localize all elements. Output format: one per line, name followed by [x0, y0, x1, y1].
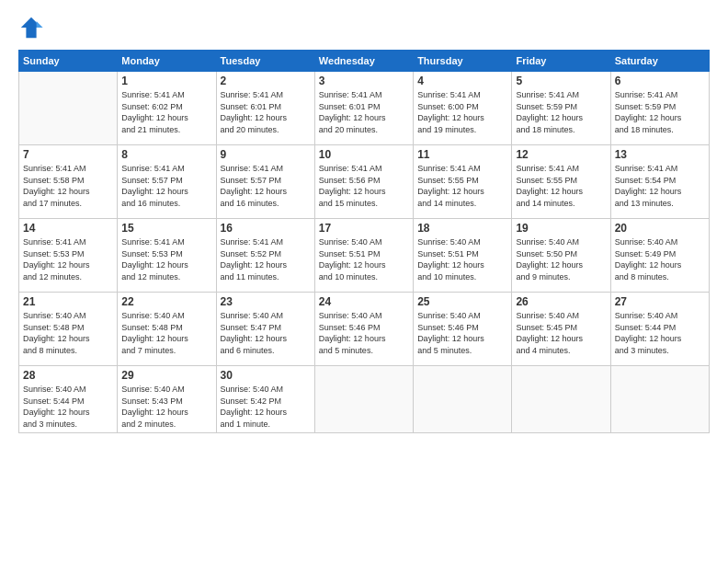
- table-row: 24Sunrise: 5:40 AM Sunset: 5:46 PM Dayli…: [314, 293, 413, 366]
- calendar-header-row: SundayMondayTuesdayWednesdayThursdayFrid…: [19, 51, 710, 72]
- day-number: 13: [615, 148, 705, 161]
- calendar-header-friday: Friday: [512, 51, 610, 72]
- calendar-header-thursday: Thursday: [414, 51, 512, 72]
- day-info: Sunrise: 5:40 AM Sunset: 5:51 PM Dayligh…: [319, 236, 409, 282]
- day-info: Sunrise: 5:41 AM Sunset: 5:56 PM Dayligh…: [319, 163, 409, 209]
- day-number: 25: [417, 295, 507, 308]
- calendar-header-monday: Monday: [118, 51, 216, 72]
- day-info: Sunrise: 5:41 AM Sunset: 6:00 PM Dayligh…: [417, 89, 507, 135]
- header: [18, 15, 710, 40]
- table-row: 19Sunrise: 5:40 AM Sunset: 5:50 PM Dayli…: [512, 219, 610, 293]
- day-info: Sunrise: 5:40 AM Sunset: 5:46 PM Dayligh…: [417, 310, 507, 356]
- table-row: [19, 72, 118, 145]
- day-number: 5: [516, 75, 606, 87]
- table-row: 7Sunrise: 5:41 AM Sunset: 5:58 PM Daylig…: [19, 145, 118, 219]
- calendar-header-saturday: Saturday: [610, 51, 709, 72]
- day-info: Sunrise: 5:40 AM Sunset: 5:42 PM Dayligh…: [221, 384, 311, 430]
- day-number: 29: [121, 369, 211, 382]
- calendar-week-row: 21Sunrise: 5:40 AM Sunset: 5:48 PM Dayli…: [19, 293, 710, 366]
- page: SundayMondayTuesdayWednesdayThursdayFrid…: [0, 0, 728, 563]
- day-info: Sunrise: 5:41 AM Sunset: 5:59 PM Dayligh…: [516, 89, 606, 135]
- logo: [18, 15, 48, 40]
- table-row: 12Sunrise: 5:41 AM Sunset: 5:55 PM Dayli…: [512, 145, 610, 219]
- table-row: [610, 366, 709, 433]
- day-info: Sunrise: 5:40 AM Sunset: 5:48 PM Dayligh…: [121, 310, 211, 356]
- table-row: 10Sunrise: 5:41 AM Sunset: 5:56 PM Dayli…: [314, 145, 413, 219]
- table-row: [414, 366, 512, 433]
- table-row: 28Sunrise: 5:40 AM Sunset: 5:44 PM Dayli…: [19, 366, 118, 433]
- svg-marker-1: [37, 21, 43, 28]
- table-row: 22Sunrise: 5:40 AM Sunset: 5:48 PM Dayli…: [118, 293, 216, 366]
- table-row: 30Sunrise: 5:40 AM Sunset: 5:42 PM Dayli…: [216, 366, 314, 433]
- day-info: Sunrise: 5:41 AM Sunset: 6:01 PM Dayligh…: [319, 89, 409, 135]
- table-row: 3Sunrise: 5:41 AM Sunset: 6:01 PM Daylig…: [314, 72, 413, 145]
- day-info: Sunrise: 5:41 AM Sunset: 5:58 PM Dayligh…: [23, 163, 113, 209]
- day-number: 28: [23, 369, 113, 382]
- calendar-week-row: 28Sunrise: 5:40 AM Sunset: 5:44 PM Dayli…: [19, 366, 710, 433]
- day-number: 27: [615, 295, 705, 308]
- table-row: 5Sunrise: 5:41 AM Sunset: 5:59 PM Daylig…: [512, 72, 610, 145]
- day-info: Sunrise: 5:41 AM Sunset: 5:59 PM Dayligh…: [615, 89, 705, 135]
- table-row: 17Sunrise: 5:40 AM Sunset: 5:51 PM Dayli…: [314, 219, 413, 293]
- day-info: Sunrise: 5:41 AM Sunset: 5:55 PM Dayligh…: [417, 163, 507, 209]
- day-info: Sunrise: 5:41 AM Sunset: 5:52 PM Dayligh…: [221, 236, 311, 282]
- day-number: 15: [121, 222, 211, 235]
- logo-icon: [18, 15, 44, 40]
- table-row: 9Sunrise: 5:41 AM Sunset: 5:57 PM Daylig…: [216, 145, 314, 219]
- day-number: 22: [121, 295, 211, 308]
- day-number: 20: [615, 222, 705, 235]
- table-row: 8Sunrise: 5:41 AM Sunset: 5:57 PM Daylig…: [118, 145, 216, 219]
- day-number: 21: [23, 295, 113, 308]
- table-row: [512, 366, 610, 433]
- day-number: 9: [221, 148, 311, 161]
- table-row: 15Sunrise: 5:41 AM Sunset: 5:53 PM Dayli…: [118, 219, 216, 293]
- day-info: Sunrise: 5:40 AM Sunset: 5:48 PM Dayligh…: [23, 310, 113, 356]
- calendar-week-row: 14Sunrise: 5:41 AM Sunset: 5:53 PM Dayli…: [19, 219, 710, 293]
- day-info: Sunrise: 5:41 AM Sunset: 6:02 PM Dayligh…: [121, 89, 211, 135]
- table-row: 2Sunrise: 5:41 AM Sunset: 6:01 PM Daylig…: [216, 72, 314, 145]
- day-number: 18: [417, 222, 507, 235]
- table-row: 29Sunrise: 5:40 AM Sunset: 5:43 PM Dayli…: [118, 366, 216, 433]
- day-number: 10: [319, 148, 409, 161]
- day-number: 2: [221, 75, 311, 87]
- day-info: Sunrise: 5:40 AM Sunset: 5:45 PM Dayligh…: [516, 310, 606, 356]
- day-info: Sunrise: 5:40 AM Sunset: 5:46 PM Dayligh…: [319, 310, 409, 356]
- day-number: 3: [319, 75, 409, 87]
- day-info: Sunrise: 5:40 AM Sunset: 5:43 PM Dayligh…: [121, 384, 211, 430]
- day-info: Sunrise: 5:40 AM Sunset: 5:49 PM Dayligh…: [615, 236, 705, 282]
- calendar: SundayMondayTuesdayWednesdayThursdayFrid…: [18, 50, 710, 433]
- table-row: 25Sunrise: 5:40 AM Sunset: 5:46 PM Dayli…: [414, 293, 512, 366]
- day-number: 6: [615, 75, 705, 87]
- calendar-week-row: 7Sunrise: 5:41 AM Sunset: 5:58 PM Daylig…: [19, 145, 710, 219]
- day-number: 19: [516, 222, 606, 235]
- day-number: 30: [221, 369, 311, 382]
- calendar-header-tuesday: Tuesday: [216, 51, 314, 72]
- table-row: 21Sunrise: 5:40 AM Sunset: 5:48 PM Dayli…: [19, 293, 118, 366]
- table-row: 27Sunrise: 5:40 AM Sunset: 5:44 PM Dayli…: [610, 293, 709, 366]
- day-number: 17: [319, 222, 409, 235]
- day-number: 16: [221, 222, 311, 235]
- calendar-header-sunday: Sunday: [19, 51, 118, 72]
- table-row: [314, 366, 413, 433]
- day-info: Sunrise: 5:41 AM Sunset: 6:01 PM Dayligh…: [221, 89, 311, 135]
- table-row: 1Sunrise: 5:41 AM Sunset: 6:02 PM Daylig…: [118, 72, 216, 145]
- table-row: 26Sunrise: 5:40 AM Sunset: 5:45 PM Dayli…: [512, 293, 610, 366]
- day-info: Sunrise: 5:41 AM Sunset: 5:54 PM Dayligh…: [615, 163, 705, 209]
- table-row: 16Sunrise: 5:41 AM Sunset: 5:52 PM Dayli…: [216, 219, 314, 293]
- day-info: Sunrise: 5:41 AM Sunset: 5:57 PM Dayligh…: [221, 163, 311, 209]
- day-info: Sunrise: 5:40 AM Sunset: 5:51 PM Dayligh…: [417, 236, 507, 282]
- table-row: 20Sunrise: 5:40 AM Sunset: 5:49 PM Dayli…: [610, 219, 709, 293]
- day-info: Sunrise: 5:41 AM Sunset: 5:53 PM Dayligh…: [121, 236, 211, 282]
- table-row: 14Sunrise: 5:41 AM Sunset: 5:53 PM Dayli…: [19, 219, 118, 293]
- day-number: 12: [516, 148, 606, 161]
- table-row: 11Sunrise: 5:41 AM Sunset: 5:55 PM Dayli…: [414, 145, 512, 219]
- day-number: 14: [23, 222, 113, 235]
- day-number: 24: [319, 295, 409, 308]
- day-info: Sunrise: 5:40 AM Sunset: 5:44 PM Dayligh…: [615, 310, 705, 356]
- table-row: 13Sunrise: 5:41 AM Sunset: 5:54 PM Dayli…: [610, 145, 709, 219]
- day-info: Sunrise: 5:40 AM Sunset: 5:44 PM Dayligh…: [23, 384, 113, 430]
- day-info: Sunrise: 5:41 AM Sunset: 5:53 PM Dayligh…: [23, 236, 113, 282]
- day-number: 26: [516, 295, 606, 308]
- calendar-header-wednesday: Wednesday: [314, 51, 413, 72]
- calendar-week-row: 1Sunrise: 5:41 AM Sunset: 6:02 PM Daylig…: [19, 72, 710, 145]
